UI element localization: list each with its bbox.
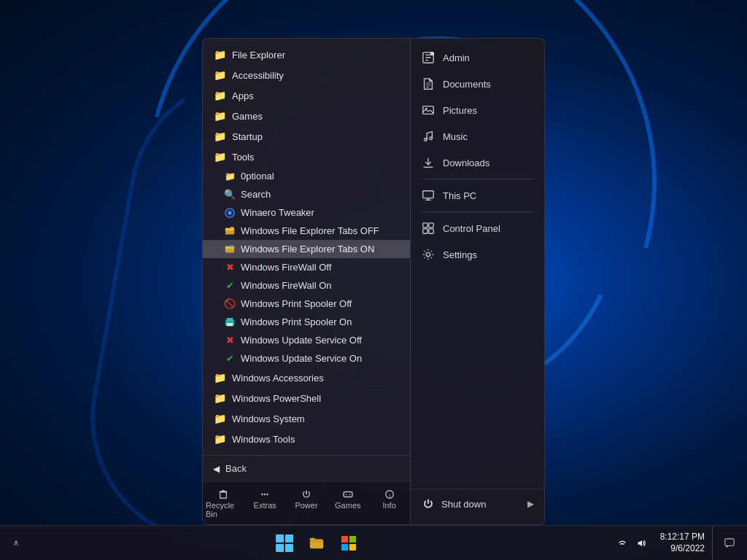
start-button[interactable] (271, 530, 298, 556)
menu-item-label: Windows PowerShell (232, 393, 321, 404)
menu-item-label: Windows File Explorer Tabs ON (241, 244, 374, 254)
taskbar: ∧ (0, 525, 747, 560)
print-on-icon (225, 317, 235, 327)
menu-item-label: Windows Update Service Off (241, 335, 362, 346)
folder-yellow-icon: 📁 (213, 432, 226, 446)
file-explorer-icon (309, 535, 325, 551)
right-item-label: Pictures (443, 105, 477, 116)
svg-rect-8 (231, 244, 233, 246)
svg-point-24 (430, 52, 434, 55)
menu-item-label: 0ptional (241, 171, 274, 182)
system-clock[interactable]: 8:12:17 PM 9/6/2022 (657, 530, 708, 556)
right-item-downloads[interactable]: Downloads (411, 149, 544, 176)
menu-item-label: Windows FireWall On (241, 280, 331, 291)
print-off-icon: 🚫 (225, 299, 235, 309)
games-icon (343, 489, 353, 499)
right-item-this-pc[interactable]: This PC (411, 182, 544, 209)
menu-item-startup[interactable]: 📁 Startup (203, 126, 410, 147)
menu-item-accessories[interactable]: 📁 Windows Accessories (203, 368, 410, 388)
menu-item-firewall-on[interactable]: ✔ Windows FireWall On (203, 276, 410, 295)
menu-item-update-off[interactable]: ✖ Windows Update Service Off (203, 331, 410, 349)
documents-icon (421, 77, 436, 91)
info-icon: i (384, 489, 395, 499)
menu-item-label: Windows File Explorer Tabs OFF (241, 225, 379, 236)
tab-label: Recycle Bin (206, 501, 241, 518)
volume-icon[interactable] (632, 534, 650, 552)
menu-item-system[interactable]: 📁 Windows System (203, 408, 410, 429)
folder-gray-icon: 📁 (213, 48, 226, 61)
menu-item-print-spooler-on[interactable]: Windows Print Spooler On (203, 313, 410, 331)
svg-point-31 (430, 137, 433, 140)
right-item-settings[interactable]: Settings (411, 241, 544, 268)
svg-point-20 (349, 494, 351, 495)
menu-item-firewall-off[interactable]: ✖ Windows FireWall Off (203, 258, 410, 276)
svg-rect-10 (227, 317, 233, 320)
svg-text:i: i (389, 492, 390, 499)
right-item-pictures[interactable]: Pictures (411, 97, 544, 123)
menu-item-update-on[interactable]: ✔ Windows Update Service On (203, 349, 410, 368)
chat-icon (724, 538, 735, 548)
taskbar-store[interactable] (336, 530, 362, 556)
taskbar-center (25, 530, 609, 556)
right-item-admin[interactable]: Admin (411, 44, 544, 71)
chevron-right-icon: ▶ (527, 499, 534, 509)
power-icon (421, 497, 436, 511)
svg-rect-12 (220, 492, 227, 499)
menu-item-winaero[interactable]: Winaero Tweaker (203, 203, 410, 222)
menu-item-search[interactable]: 🔍 Search (203, 185, 410, 203)
menu-item-label: Windows Print Spooler Off (241, 298, 352, 309)
tab-info[interactable]: i Info (368, 482, 410, 524)
clock-time: 8:12:17 PM (660, 532, 705, 543)
control-panel-icon (421, 221, 436, 236)
menu-divider-2 (421, 211, 534, 212)
svg-rect-45 (310, 539, 323, 548)
menu-item-label: Tools (232, 152, 254, 163)
tab-recycle-bin[interactable]: Recycle Bin (203, 482, 244, 524)
menu-right-panel: Admin Documents (410, 38, 545, 525)
menu-item-label: Windows Accessories (232, 373, 324, 384)
menu-item-powershell[interactable]: 📁 Windows PowerShell (203, 388, 410, 408)
music-icon (421, 129, 436, 144)
taskbar-file-explorer[interactable] (303, 530, 330, 556)
svg-rect-33 (423, 191, 433, 198)
tab-games[interactable]: Games (327, 482, 368, 524)
settings-icon (421, 247, 436, 262)
downloads-icon (421, 155, 436, 170)
menu-item-label: Accessibility (232, 70, 284, 81)
right-item-documents[interactable]: Documents (411, 71, 544, 97)
network-icon[interactable] (614, 534, 631, 552)
folder-yellow-icon: 📁 (213, 371, 226, 384)
folder-yellow-icon: 📁 (213, 392, 226, 405)
menu-item-explorer-tabs-off[interactable]: Windows File Explorer Tabs OFF (203, 222, 410, 240)
right-item-label: This PC (443, 190, 476, 201)
show-desktop-button[interactable] (712, 526, 716, 561)
menu-item-print-spooler-off[interactable]: 🚫 Windows Print Spooler Off (203, 295, 410, 313)
right-item-label: Documents (443, 79, 491, 90)
menu-item-accessibility[interactable]: 📁 Accessibility (203, 65, 410, 85)
right-item-label: Admin (443, 52, 470, 63)
menu-item-optional[interactable]: 📁 0ptional (203, 167, 410, 185)
menu-item-tools[interactable]: 📁 Tools (203, 147, 410, 167)
tab-extras[interactable]: Extras (244, 482, 286, 524)
menu-item-explorer-tabs-on[interactable]: Windows File Explorer Tabs ON (203, 240, 410, 258)
menu-item-win-tools[interactable]: 📁 Windows Tools (203, 429, 410, 449)
menu-item-label: Search (241, 189, 271, 200)
svg-rect-43 (276, 544, 284, 552)
notification-icon[interactable] (721, 534, 738, 552)
tab-power[interactable]: Power (286, 482, 328, 524)
svg-point-16 (264, 494, 266, 496)
shutdown-button[interactable]: Shut down ▶ (411, 489, 544, 518)
right-item-music[interactable]: Music (411, 123, 544, 149)
menu-back-button[interactable]: ◀ Back (203, 455, 410, 481)
tray-overflow-button[interactable]: ∧ (7, 534, 25, 552)
menu-item-file-explorer[interactable]: 📁 File Explorer (203, 44, 410, 65)
folder-yellow-icon: 📁 (225, 171, 235, 182)
tab-label: Info (382, 501, 395, 510)
svg-rect-5 (231, 226, 233, 228)
menu-item-games[interactable]: 📁 Games (203, 106, 410, 126)
folder-yellow-icon: 📁 (213, 89, 226, 102)
svg-rect-37 (429, 223, 433, 228)
tab-label: Games (335, 501, 360, 510)
menu-item-apps[interactable]: 📁 Apps (203, 85, 410, 106)
right-item-control-panel[interactable]: Control Panel (411, 215, 544, 241)
